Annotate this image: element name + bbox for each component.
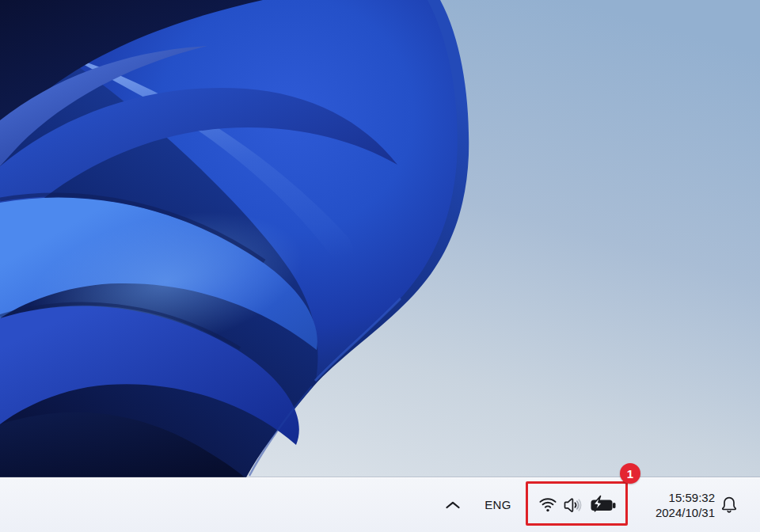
notification-bell-icon[interactable] <box>719 495 739 515</box>
show-hidden-icons-chevron-up-icon[interactable] <box>446 501 460 509</box>
desktop-wallpaper <box>0 0 760 477</box>
clock-date: 2024/10/31 <box>656 505 715 520</box>
wifi-icon[interactable] <box>537 494 559 516</box>
volume-icon[interactable] <box>560 494 584 516</box>
taskbar: ENG 15:59:32 2024/10/31 <box>0 477 760 532</box>
screen: ENG 15:59:32 2024/10/31 <box>0 0 760 532</box>
battery-charging-icon[interactable] <box>589 494 619 516</box>
clock-time: 15:59:32 <box>656 490 715 505</box>
language-indicator[interactable]: ENG <box>478 496 518 515</box>
taskbar-clock[interactable]: 15:59:32 2024/10/31 <box>656 490 715 520</box>
